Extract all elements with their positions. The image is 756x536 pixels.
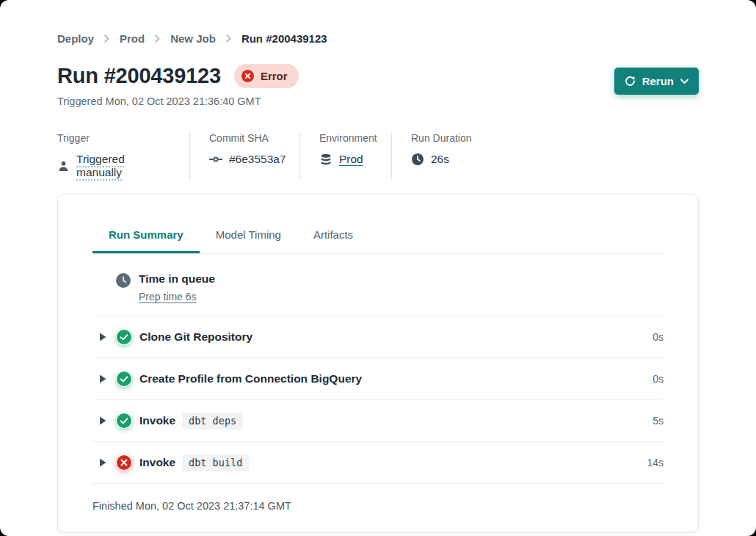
breadcrumb-current-run: Run #200439123	[241, 32, 327, 45]
expand-caret-icon[interactable]	[100, 416, 106, 425]
chevron-right-icon	[155, 35, 160, 43]
run-detail-page: Deploy Prod New Job Run #200439123 Run #…	[0, 0, 756, 532]
page-title: Run #200439123	[57, 64, 221, 88]
chevron-down-icon	[680, 79, 688, 84]
app-window: Deploy Prod New Job Run #200439123 Run #…	[0, 0, 756, 536]
success-check-icon	[116, 329, 132, 345]
meta-label: Trigger	[57, 132, 170, 144]
meta-environment: Environment Prod	[299, 132, 391, 179]
queue-text: Time in queue Prep time 6s	[139, 272, 215, 303]
finished-timestamp: Finished Mon, 02 Oct 2023 21:37:14 GMT	[92, 484, 664, 532]
commit-sha-value: #6e3553a7	[229, 153, 286, 166]
step-row-create-profile[interactable]: Create Profile from Connection BigQuery …	[92, 358, 664, 400]
queue-row: Time in queue Prep time 6s	[92, 254, 664, 316]
meta-trigger: Trigger Triggered manually	[57, 132, 189, 179]
refresh-icon	[625, 76, 636, 87]
rerun-button-label: Rerun	[642, 75, 674, 87]
breadcrumb-deploy[interactable]: Deploy	[57, 32, 94, 45]
status-badge-label: Error	[261, 70, 288, 82]
run-meta-row: Trigger Triggered manually Commit SHA #6…	[57, 132, 699, 179]
title-block: Run #200439123 Error Triggered Mon, 02 O…	[57, 64, 299, 132]
step-duration: 5s	[653, 415, 664, 427]
database-icon	[319, 153, 332, 166]
step-duration: 0s	[653, 373, 664, 385]
commit-icon	[209, 153, 222, 165]
breadcrumb-prod[interactable]: Prod	[120, 32, 145, 45]
meta-label: Run Duration	[411, 132, 472, 144]
expand-caret-icon[interactable]	[100, 374, 106, 383]
person-icon	[57, 160, 70, 173]
chevron-right-icon	[104, 35, 109, 43]
expand-caret-icon[interactable]	[100, 333, 106, 341]
meta-label: Commit SHA	[209, 132, 280, 144]
meta-run-duration: Run Duration 26s	[391, 132, 491, 179]
tab-bar: Run Summary Model Timing Artifacts	[92, 195, 664, 254]
environment-link[interactable]: Prod	[339, 153, 363, 166]
step-row-invoke-dbt-build[interactable]: Invoke dbt build 14s	[92, 442, 664, 484]
trigger-value[interactable]: Triggered manually	[76, 153, 170, 179]
queue-clock-icon	[115, 272, 131, 289]
run-summary-card: Run Summary Model Timing Artifacts Time …	[57, 194, 699, 532]
meta-label: Environment	[319, 132, 372, 144]
status-badge: Error	[234, 64, 299, 88]
step-row-clone-git[interactable]: Clone Git Repository 0s	[92, 316, 664, 358]
error-circle-icon	[241, 69, 255, 83]
success-check-icon	[116, 413, 132, 429]
tab-artifacts[interactable]: Artifacts	[297, 228, 369, 253]
expand-caret-icon[interactable]	[100, 458, 106, 467]
command-chip: dbt build	[182, 454, 249, 471]
step-title: Invoke	[139, 414, 175, 427]
step-duration: 14s	[647, 457, 664, 468]
tab-model-timing[interactable]: Model Timing	[200, 228, 297, 253]
meta-commit-sha: Commit SHA #6e3553a7	[189, 132, 299, 179]
step-title: Clone Git Repository	[139, 330, 252, 344]
command-chip: dbt deps	[182, 413, 243, 430]
step-duration: 0s	[653, 331, 664, 343]
step-title: Create Profile from Connection BigQuery	[139, 372, 362, 385]
rerun-button[interactable]: Rerun	[614, 68, 699, 95]
triggered-timestamp: Triggered Mon, 02 Oct 2023 21:36:40 GMT	[57, 95, 299, 107]
clock-icon	[411, 153, 424, 166]
error-circle-icon	[116, 454, 132, 471]
chevron-right-icon	[226, 35, 231, 43]
page-header: Run #200439123 Error Triggered Mon, 02 O…	[57, 64, 699, 132]
prep-time-link[interactable]: Prep time 6s	[139, 291, 197, 303]
run-duration-value: 26s	[431, 153, 449, 166]
breadcrumb-new-job[interactable]: New Job	[170, 32, 216, 45]
success-check-icon	[116, 371, 132, 387]
step-row-invoke-dbt-deps[interactable]: Invoke dbt deps 5s	[92, 400, 664, 442]
breadcrumb: Deploy Prod New Job Run #200439123	[57, 32, 699, 45]
queue-title: Time in queue	[139, 272, 215, 286]
tab-run-summary[interactable]: Run Summary	[92, 228, 200, 253]
step-title: Invoke	[139, 456, 175, 469]
